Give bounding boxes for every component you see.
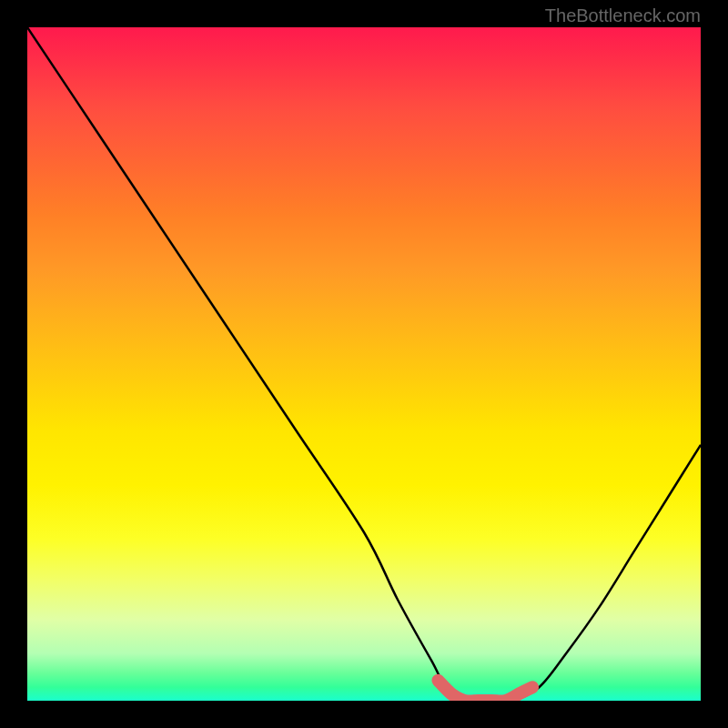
watermark-text: TheBottleneck.com xyxy=(545,5,701,26)
bottleneck-curve-path xyxy=(27,27,701,701)
bottleneck-curve-svg xyxy=(27,27,701,701)
chart-plot-area xyxy=(27,27,701,701)
sweet-spot-marker-path xyxy=(438,681,532,701)
